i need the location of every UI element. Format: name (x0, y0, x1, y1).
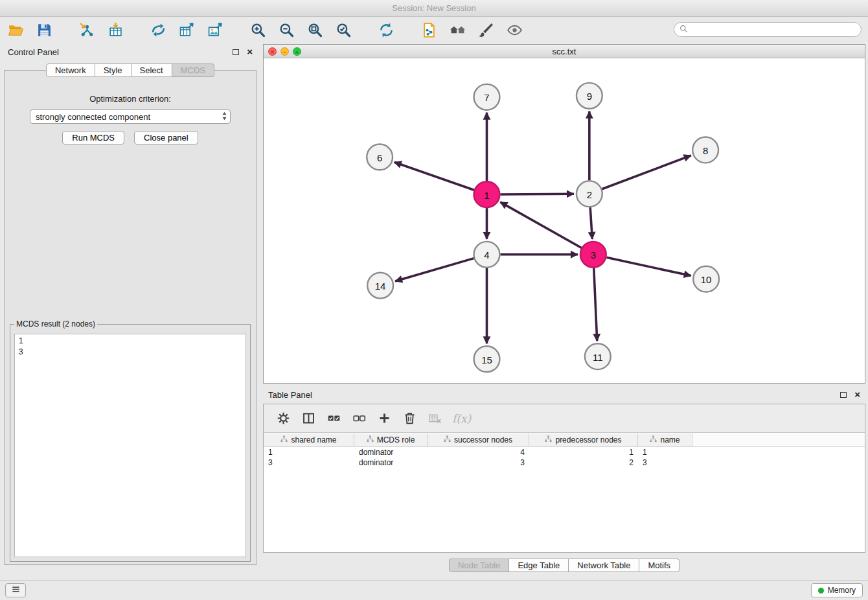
document-network-icon[interactable] (418, 20, 439, 40)
refresh-icon[interactable] (376, 20, 396, 40)
edge-3-1[interactable] (500, 202, 581, 248)
cell-MCDS-role: dominator (354, 457, 428, 468)
main-toolbar (0, 17, 868, 43)
maximize-window-button[interactable]: + (293, 47, 301, 56)
table-row[interactable]: 3dominator323 (264, 457, 865, 468)
control-panel-tabs: NetworkStyleSelectMCDS (5, 63, 256, 77)
close-icon[interactable]: × (247, 47, 253, 56)
table-panel-header: Table Panel × (263, 387, 865, 402)
table-tab-edge-table[interactable]: Edge Table (508, 559, 569, 572)
column-sort-icon (545, 435, 552, 444)
edge-3-11[interactable] (594, 268, 597, 341)
network-canvas[interactable]: 7968124314101511 (264, 59, 865, 383)
column-header-shared-name[interactable]: shared name (264, 433, 354, 446)
zoom-out-icon[interactable] (276, 20, 297, 40)
cell-name: 1 (638, 447, 692, 457)
column-header-label: name (660, 435, 680, 444)
tab-style[interactable]: Style (95, 63, 131, 77)
network-view-window: × − + scc.txt 7968124314101511 (263, 44, 865, 384)
node-label-14: 14 (375, 281, 386, 292)
window-title: Session: New Session (392, 3, 475, 13)
memory-button-label: Memory (828, 586, 856, 595)
control-panel: Control Panel × NetworkStyleSelectMCDS O… (3, 44, 258, 570)
toolbar-icons (5, 20, 525, 40)
status-list-button[interactable] (5, 583, 26, 597)
run-mcds-button[interactable]: Run MCDS (62, 131, 124, 144)
cell-MCDS-role: dominator (354, 447, 428, 457)
zoom-in-icon[interactable] (247, 20, 268, 40)
edge-2-8[interactable] (602, 156, 691, 189)
mcds-result-item: 1 (19, 336, 242, 347)
search-input[interactable] (691, 25, 856, 34)
import-table-icon[interactable] (105, 20, 126, 40)
close-icon[interactable]: × (854, 390, 860, 399)
memory-button[interactable]: Memory (811, 583, 863, 597)
optimization-criterion-label: Optimization criterion: (5, 94, 256, 104)
mcds-result-item: 3 (19, 347, 242, 358)
mcds-result-list[interactable]: 13 (14, 334, 246, 557)
minimize-window-button[interactable]: − (280, 47, 289, 56)
tab-select[interactable]: Select (131, 63, 172, 77)
traffic-lights: × − + (268, 47, 301, 56)
edge-1-2[interactable] (500, 194, 574, 194)
list-icon (11, 584, 21, 597)
add-column-icon[interactable] (376, 411, 392, 426)
column-layout-icon[interactable] (301, 411, 316, 426)
export-table-icon[interactable] (176, 20, 197, 40)
mcds-result-title: MCDS result (2 nodes) (14, 319, 97, 329)
window-titlebar[interactable]: Session: New Session (0, 0, 868, 17)
style-brush-icon[interactable] (475, 20, 496, 40)
import-network-icon[interactable] (76, 20, 97, 40)
delete-column-icon[interactable] (402, 411, 417, 426)
network-window-title: scc.txt (553, 47, 577, 56)
zoom-fit-icon[interactable] (304, 20, 325, 40)
node-label-2: 2 (587, 189, 592, 200)
cell-shared-name: 3 (264, 457, 354, 468)
close-window-button[interactable]: × (268, 47, 277, 56)
column-header-predecessor-nodes[interactable]: predecessor nodes (529, 433, 638, 446)
search-box (674, 22, 862, 37)
edge-1-6[interactable] (394, 162, 474, 190)
table-row[interactable]: 1dominator411 (264, 447, 865, 457)
open-session-icon[interactable] (5, 20, 26, 40)
select-all-columns-icon[interactable] (326, 411, 341, 426)
attributes-gear-icon[interactable] (275, 411, 291, 426)
column-header-successor-nodes[interactable]: successor nodes (428, 433, 529, 446)
unselect-all-columns-icon[interactable] (351, 411, 367, 426)
table-tab-node-table[interactable]: Node Table (449, 559, 510, 572)
optimization-dropdown[interactable]: strongly connected component (30, 110, 231, 124)
column-sort-icon (280, 435, 288, 444)
edge-4-14[interactable] (395, 259, 474, 281)
eye-icon[interactable] (504, 20, 525, 40)
edge-3-10[interactable] (606, 257, 691, 275)
close-panel-button[interactable]: Close panel (134, 131, 198, 144)
cell-successor-nodes: 3 (428, 457, 529, 468)
tab-mcds[interactable]: MCDS (172, 63, 214, 77)
table-panel-body: f(x) shared nameMCDS rolesuccessor nodes… (263, 404, 865, 553)
node-label-3: 3 (591, 249, 596, 260)
column-sort-icon (650, 435, 657, 444)
save-session-icon[interactable] (34, 20, 54, 40)
export-image-icon[interactable] (205, 20, 225, 40)
node-label-15: 15 (481, 354, 492, 365)
zoom-selected-icon[interactable] (333, 20, 354, 40)
apply-layout-icon[interactable] (148, 20, 168, 40)
table-tab-motifs[interactable]: Motifs (639, 559, 680, 572)
float-window-icon[interactable] (233, 49, 239, 55)
network-graph-svg: 7968124314101511 (264, 59, 865, 383)
node-label-4: 4 (484, 249, 489, 260)
column-sort-icon (444, 435, 451, 444)
tab-network[interactable]: Network (46, 63, 95, 77)
home-icon[interactable] (447, 20, 468, 40)
network-window-titlebar[interactable]: × − + scc.txt (264, 45, 865, 58)
edge-2-3[interactable] (590, 207, 592, 239)
node-label-9: 9 (587, 91, 592, 102)
control-panel-body: NetworkStyleSelectMCDS Optimization crit… (4, 70, 257, 565)
node-label-7: 7 (484, 92, 489, 103)
column-header-label: predecessor nodes (555, 435, 621, 444)
column-header-MCDS-role[interactable]: MCDS role (354, 433, 428, 446)
float-window-icon[interactable] (840, 392, 847, 398)
dropdown-selected-value: strongly connected component (36, 112, 222, 122)
column-header-name[interactable]: name (638, 433, 692, 446)
table-tab-network-table[interactable]: Network Table (568, 559, 639, 572)
